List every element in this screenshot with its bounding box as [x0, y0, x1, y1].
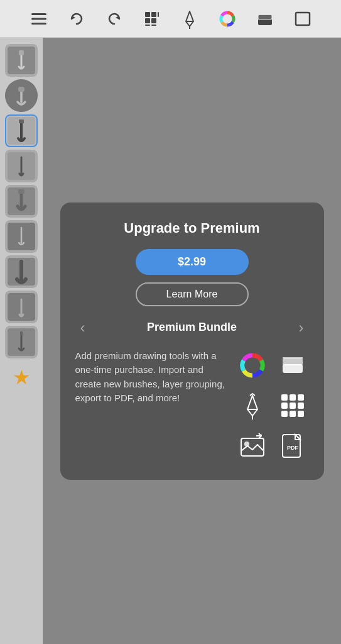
svg-rect-11	[151, 25, 156, 26]
toolbar	[0, 0, 341, 38]
sidebar-avatar[interactable]	[5, 79, 38, 112]
svg-point-15	[224, 16, 230, 22]
bundle-content: Add premium drawing tools with a one-tim…	[75, 349, 309, 462]
star-icon: ★	[13, 365, 31, 389]
color-wheel-icon[interactable]	[216, 8, 239, 30]
svg-rect-49	[298, 411, 304, 417]
sidebar: ★	[0, 38, 43, 644]
undo-icon[interactable]	[65, 8, 88, 30]
bundle-description: Add premium drawing tools with a one-tim…	[75, 349, 226, 406]
grid-icon[interactable]	[141, 8, 163, 30]
svg-rect-5	[145, 12, 150, 17]
redo-icon[interactable]	[103, 8, 126, 30]
bundle-pen-icon	[236, 389, 269, 422]
sidebar-brush-3[interactable]	[5, 150, 38, 182]
svg-rect-47	[281, 411, 288, 417]
svg-rect-0	[31, 13, 46, 15]
prev-bundle-button[interactable]: ‹	[75, 319, 90, 336]
price-button[interactable]: $2.99	[136, 249, 249, 275]
sidebar-brush-1[interactable]	[5, 44, 38, 77]
bundle-nav: ‹ Premium Bundle ›	[75, 319, 309, 336]
svg-point-35	[248, 361, 257, 370]
svg-rect-45	[290, 402, 296, 409]
next-bundle-button[interactable]: ›	[294, 319, 309, 336]
svg-rect-19	[296, 13, 310, 25]
sidebar-brush-5[interactable]	[5, 220, 38, 253]
svg-rect-1	[31, 18, 46, 19]
svg-rect-37	[283, 358, 303, 365]
list-icon[interactable]	[28, 8, 50, 30]
bundle-icons-grid: PDF	[236, 349, 309, 462]
svg-rect-21	[19, 50, 24, 55]
premium-modal: Upgrade to Premium $2.99 Learn More ‹ Pr…	[60, 203, 324, 480]
bundle-image-icon	[236, 430, 269, 462]
svg-rect-48	[290, 411, 296, 417]
frame-icon[interactable]	[291, 8, 314, 30]
layers-icon[interactable]	[254, 8, 276, 30]
svg-rect-10	[145, 25, 150, 26]
svg-rect-7	[158, 12, 159, 17]
sidebar-brush-selected[interactable]	[5, 114, 38, 147]
svg-rect-2	[31, 23, 46, 25]
svg-rect-17	[258, 14, 272, 19]
sidebar-brush-6[interactable]	[5, 255, 38, 288]
pen-tool-icon[interactable]	[178, 8, 201, 30]
svg-rect-44	[281, 402, 288, 409]
svg-rect-36	[283, 364, 303, 373]
svg-rect-23	[18, 87, 24, 92]
svg-rect-33	[20, 331, 23, 335]
svg-rect-28	[18, 189, 24, 194]
svg-rect-9	[151, 18, 156, 23]
svg-rect-46	[298, 402, 304, 409]
bundle-grid-icon	[276, 389, 309, 422]
modal-title: Upgrade to Premium	[75, 220, 309, 236]
svg-rect-42	[290, 394, 296, 401]
sidebar-brush-8[interactable]	[5, 326, 38, 358]
svg-rect-8	[145, 18, 150, 23]
svg-rect-41	[281, 394, 288, 401]
svg-rect-25	[19, 119, 24, 123]
svg-text:PDF: PDF	[287, 445, 299, 451]
svg-rect-43	[298, 394, 304, 401]
sidebar-brush-4[interactable]	[5, 185, 38, 218]
bundle-color-wheel-icon	[236, 349, 269, 382]
sidebar-star[interactable]: ★	[5, 361, 38, 394]
modal-overlay: Upgrade to Premium $2.99 Learn More ‹ Pr…	[43, 38, 341, 644]
svg-marker-3	[72, 16, 75, 19]
bundle-pdf-icon: PDF	[276, 430, 309, 462]
sidebar-brush-7[interactable]	[5, 291, 38, 323]
bundle-layers-icon	[276, 349, 309, 382]
learn-more-button[interactable]: Learn More	[136, 282, 249, 306]
svg-rect-6	[151, 12, 156, 17]
bundle-title: Premium Bundle	[147, 321, 237, 334]
main-area: Upgrade to Premium $2.99 Learn More ‹ Pr…	[43, 38, 341, 644]
svg-marker-4	[116, 16, 119, 19]
